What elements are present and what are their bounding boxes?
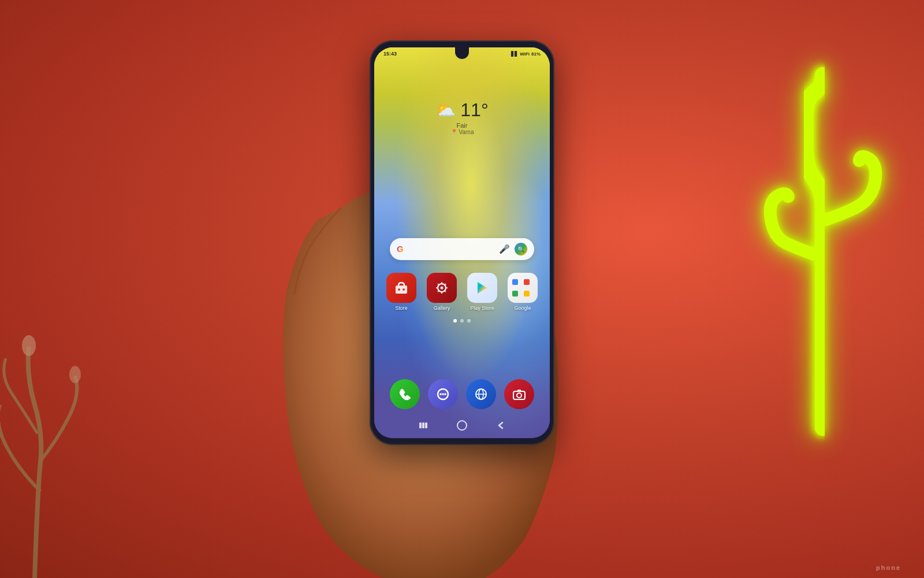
gallery-app[interactable]: Gallery <box>427 273 457 311</box>
store-icon <box>386 273 416 303</box>
app-icons-row: Store <box>386 273 538 311</box>
phone-screen: 15:43 ▋▋ WiFi 81% ⛅ 11° Fair 📍 Varna <box>374 47 550 438</box>
svg-point-18 <box>442 393 444 395</box>
svg-point-17 <box>439 393 442 395</box>
weather-icon: ⛅ <box>435 101 456 120</box>
svg-point-3 <box>398 288 400 291</box>
weather-widget: ⛅ 11° Fair 📍 Varna <box>435 99 488 135</box>
search-bar[interactable]: G 🎤 🔍 <box>390 238 534 260</box>
svg-point-28 <box>457 421 467 430</box>
status-time: 15:43 <box>383 51 397 57</box>
status-icons: ▋▋ WiFi 81% <box>511 51 541 57</box>
google-app[interactable]: Google <box>508 273 538 311</box>
recent-apps-button[interactable] <box>416 418 430 432</box>
dot-3 <box>467 319 471 323</box>
svg-point-6 <box>441 287 444 290</box>
lens-search-icon[interactable]: 🔍 <box>515 243 527 255</box>
svg-point-4 <box>403 288 405 291</box>
messages-dock-app[interactable] <box>428 379 458 409</box>
weather-condition: Fair <box>435 122 488 129</box>
svg-point-1 <box>69 366 81 383</box>
phone-dock-app[interactable] <box>390 379 420 409</box>
svg-rect-26 <box>422 423 424 428</box>
plant-decoration <box>0 260 150 578</box>
svg-rect-25 <box>419 423 422 428</box>
home-button[interactable] <box>455 418 469 432</box>
camera-dock-app[interactable] <box>504 379 534 409</box>
svg-rect-2 <box>396 286 407 294</box>
svg-point-19 <box>444 393 446 395</box>
store-label: Store <box>395 305 408 311</box>
play-store-icon <box>467 273 497 303</box>
location-icon: 📍 <box>450 129 457 135</box>
internet-icon <box>466 379 496 409</box>
neon-cactus <box>733 35 907 468</box>
svg-marker-15 <box>478 282 487 294</box>
google-g-logo: G <box>397 244 407 254</box>
phone-icon <box>390 379 420 409</box>
weather-temperature: ⛅ 11° <box>435 99 488 121</box>
svg-rect-27 <box>425 423 427 428</box>
play-store-app[interactable]: Play Store <box>467 273 497 311</box>
svg-point-0 <box>22 335 36 356</box>
store-app[interactable]: Store <box>386 273 416 311</box>
messages-icon <box>428 379 458 409</box>
google-icon <box>508 273 538 303</box>
play-store-label: Play Store <box>470 305 494 311</box>
gallery-label: Gallery <box>434 305 450 311</box>
signal-icon: ▋▋ <box>511 51 518 57</box>
microphone-icon[interactable]: 🎤 <box>499 244 510 254</box>
camera-icon <box>504 379 534 409</box>
nav-bar <box>404 418 520 432</box>
svg-point-24 <box>517 393 521 398</box>
dock <box>390 379 534 409</box>
phone-scene: 15:43 ▋▋ WiFi 81% ⛅ 11° Fair 📍 Varna <box>341 40 583 538</box>
google-label: Google <box>514 305 531 311</box>
wifi-icon: WiFi <box>520 51 530 57</box>
weather-location: 📍 Varna <box>435 129 488 135</box>
watermark: phone <box>876 564 901 571</box>
dot-2 <box>460 319 464 323</box>
back-button[interactable] <box>494 418 508 432</box>
gallery-icon <box>427 273 457 303</box>
internet-dock-app[interactable] <box>466 379 496 409</box>
phone-body: 15:43 ▋▋ WiFi 81% ⛅ 11° Fair 📍 Varna <box>370 40 554 445</box>
page-indicators <box>453 319 471 323</box>
battery-icon: 81% <box>531 51 541 57</box>
dot-1 <box>453 319 457 323</box>
